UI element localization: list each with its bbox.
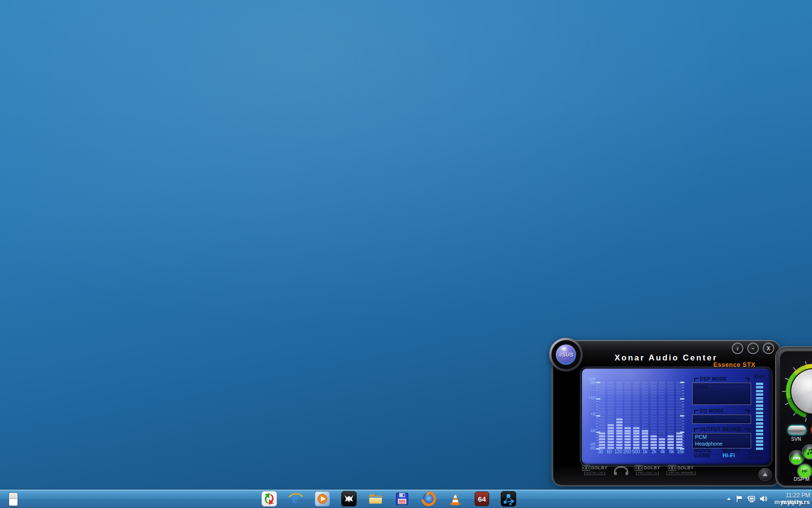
- spectrum-segment: [624, 430, 631, 432]
- spectrum-segment: [616, 407, 623, 409]
- spectrum-segment: [659, 438, 665, 440]
- network-status-icon[interactable]: [747, 495, 755, 503]
- spectrum-segment: [659, 410, 665, 412]
- volume-meter: [756, 383, 763, 450]
- action-center-flag-icon[interactable]: [736, 495, 743, 503]
- show-hidden-icons-chevron[interactable]: [726, 496, 732, 501]
- 64bit-app-icon[interactable]: 64: [474, 491, 490, 507]
- eq-mode-box[interactable]: Disable: [692, 415, 751, 424]
- windows-explorer-icon[interactable]: [368, 491, 383, 507]
- knob-tick: [805, 361, 807, 365]
- spectrum-segment: [608, 396, 614, 398]
- tray-clock[interactable]: 11:22 PM mycity.rs mycity.rs: [772, 493, 810, 505]
- ruler-tick: [682, 396, 684, 397]
- spectrum-segment: [624, 390, 631, 392]
- spectrum-segment: [659, 385, 665, 387]
- ruler-tick: [596, 420, 598, 421]
- close-button[interactable]: X: [763, 343, 774, 354]
- expand-panel-button[interactable]: [758, 468, 772, 481]
- spectrum-segment: [599, 385, 605, 387]
- spectrum-segment: [633, 430, 639, 432]
- ruler-tick: [682, 404, 684, 405]
- spectrum-segment: [642, 390, 648, 392]
- spectrum-segment: [633, 435, 639, 437]
- meter-segment: [756, 412, 763, 414]
- red-button-partial[interactable]: [810, 425, 812, 435]
- watermark: mycity.rs mycity.rs: [772, 499, 810, 505]
- windows-media-player-icon[interactable]: [315, 491, 330, 507]
- network-molecule-icon[interactable]: [501, 491, 516, 507]
- chevron-up-icon: [726, 496, 732, 501]
- spectrum-segment: [599, 396, 605, 398]
- ruler-tick: [596, 409, 598, 410]
- volume-speaker-icon[interactable]: [759, 495, 768, 503]
- spectrum-column-1k: [642, 382, 648, 449]
- mute-label[interactable]: Mute: [750, 373, 768, 379]
- faststone-capture-icon[interactable]: [261, 491, 277, 507]
- spectrum-segment: [616, 388, 623, 389]
- ruler-tick: [596, 396, 598, 397]
- meter-segment: [756, 444, 763, 446]
- spectrum-segment: [642, 404, 648, 406]
- info-button[interactable]: i: [732, 343, 743, 354]
- ruler-tick: [596, 401, 598, 402]
- spectrum-segment: [616, 390, 623, 392]
- freq-label: 16k: [676, 449, 685, 454]
- spectrum-segment: [599, 430, 605, 432]
- spectrum-segment: [651, 424, 657, 426]
- output-device-box[interactable]: PCM Headphone: [692, 433, 751, 448]
- spectrum-segment: [624, 407, 631, 409]
- spectrum-segment: [633, 413, 639, 415]
- meter-segment: [756, 390, 763, 392]
- spectrum-segment: [651, 441, 657, 443]
- spectrum-segment: [667, 410, 674, 412]
- spectrum-segment: [608, 402, 614, 403]
- spectrum-segment: [659, 396, 665, 398]
- spectrum-segment: [642, 418, 648, 420]
- dolby-digital-live-logo: DOLBY DIGITAL LIVE: [582, 465, 608, 475]
- db-scale: +20dB+10+0-10-20dB: [583, 369, 595, 464]
- spectrum-segment: [616, 430, 623, 432]
- spectrum-segment: [624, 413, 631, 415]
- db-scale-label: -10: [583, 429, 595, 433]
- spectrum-segment: [599, 421, 605, 423]
- foobar2000-icon[interactable]: [341, 491, 357, 507]
- ruler-tick: [596, 423, 598, 424]
- dolby-headphone-icon: [614, 466, 628, 475]
- start-button[interactable]: [9, 493, 18, 506]
- dsp-mode-box[interactable]: none: [692, 383, 751, 405]
- spectrum-segment: [659, 413, 665, 415]
- minimize-button[interactable]: –: [747, 343, 759, 354]
- spectrum-segment: [616, 435, 623, 437]
- spectrum-segment: [633, 404, 639, 406]
- spectrum-segment: [659, 407, 665, 409]
- spectrum-segment: [624, 444, 631, 446]
- asus-logo-orb: /ISUS: [549, 338, 583, 372]
- spectrum-segment: [599, 402, 605, 403]
- spectrum-segment: [642, 407, 648, 409]
- spectrum-segment: [659, 390, 665, 392]
- spectrum-segment: [608, 382, 614, 384]
- spectrum-segment: [667, 390, 674, 392]
- spectrum-segment: [599, 393, 605, 395]
- spectrum-segment: [616, 382, 623, 384]
- knob-tick: [785, 378, 789, 380]
- dolby-pro-logic-logo: DOLBY PRO LOGIC IIx: [635, 465, 660, 475]
- meter-segment: [756, 437, 763, 439]
- svn-button[interactable]: [787, 425, 807, 435]
- asus-logo-text: /ISUS: [551, 340, 580, 369]
- spectrum-segment: [667, 416, 674, 418]
- db-scale-label: -20dB: [583, 442, 595, 450]
- internet-explorer-icon[interactable]: e: [288, 491, 304, 507]
- firefox-icon[interactable]: [421, 491, 436, 507]
- spectrum-segment: [599, 410, 605, 412]
- spectrum-segment: [599, 427, 605, 429]
- spectrum-segment: [642, 427, 648, 429]
- spectrum-segment: [608, 393, 614, 395]
- freq-label: 500: [632, 449, 640, 454]
- ruler-tick: [682, 429, 684, 430]
- freq-label: 30: [596, 449, 605, 454]
- floppy-save-icon[interactable]: [394, 491, 410, 507]
- vlc-icon[interactable]: [448, 491, 463, 507]
- mode-game[interactable]: GAME: [694, 453, 723, 458]
